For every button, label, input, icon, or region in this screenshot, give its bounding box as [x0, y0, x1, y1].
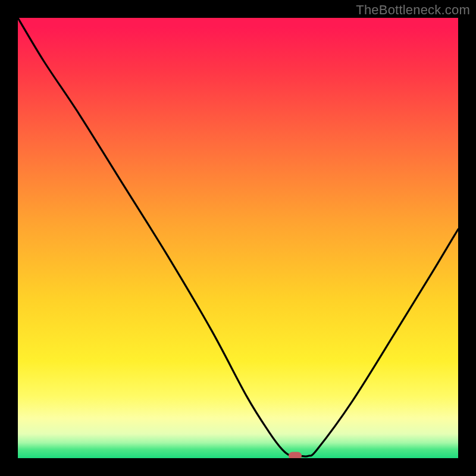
bottleneck-curve-path: [18, 18, 458, 456]
bottleneck-curve: [18, 18, 458, 458]
watermark-text: TheBottleneck.com: [356, 2, 470, 18]
chart-frame: TheBottleneck.com: [0, 0, 476, 476]
optimal-point-marker: [289, 452, 302, 458]
plot-area: [18, 18, 458, 458]
